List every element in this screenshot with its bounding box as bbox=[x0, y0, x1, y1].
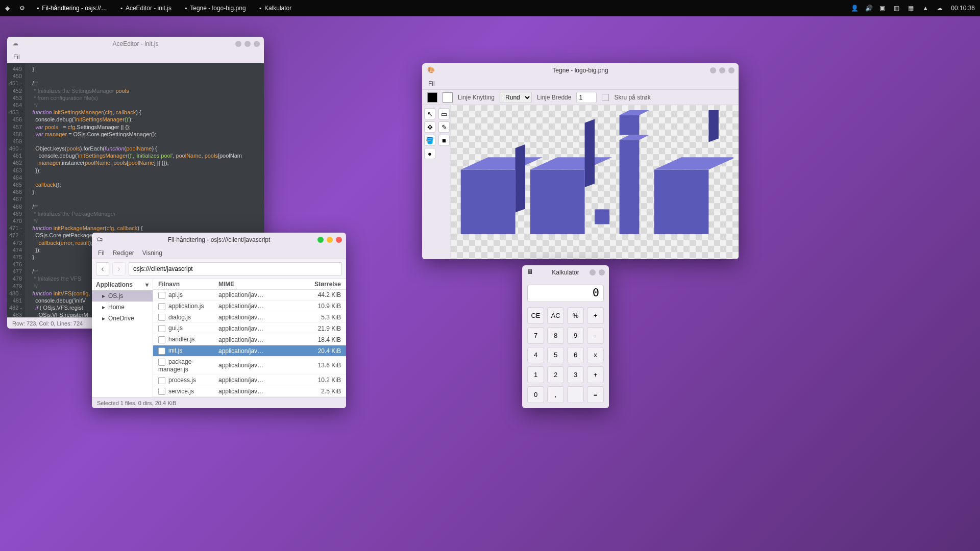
tray-icon-4[interactable]: ▲ bbox=[922, 5, 929, 12]
calc-key[interactable]: = bbox=[587, 386, 604, 403]
calc-key[interactable]: x bbox=[587, 347, 604, 364]
minimize-button[interactable] bbox=[235, 41, 241, 47]
svg-marker-10 bbox=[620, 110, 649, 115]
calc-key[interactable]: 5 bbox=[547, 347, 564, 364]
file-row[interactable]: service.jsapplication/jav…2.5 KiB bbox=[153, 386, 346, 397]
svg-rect-4 bbox=[654, 170, 709, 234]
col-size[interactable]: Størrelse bbox=[295, 281, 341, 288]
taskbar-item[interactable]: ▪Fil-håndtering - osjs://… bbox=[34, 5, 110, 12]
svg-marker-9 bbox=[620, 135, 649, 140]
menu-item[interactable]: Rediger bbox=[113, 249, 134, 257]
taskbar-item[interactable]: ▪Tegne - logo-big.png bbox=[182, 5, 249, 12]
file-row[interactable]: api.jsapplication/jav…44.2 KiB bbox=[153, 290, 346, 301]
calc-key[interactable]: - bbox=[587, 327, 604, 344]
minimize-button[interactable] bbox=[590, 269, 596, 276]
calc-key[interactable]: 9 bbox=[567, 327, 584, 344]
tray-icon-1[interactable]: ▣ bbox=[879, 5, 887, 12]
tool-pointer[interactable]: ↖ bbox=[424, 108, 435, 119]
tool-move[interactable]: ✥ bbox=[424, 121, 435, 133]
nav-forward-button[interactable]: › bbox=[112, 262, 126, 276]
file-row[interactable]: application.jsapplication/jav…10.9 KiB bbox=[153, 301, 346, 312]
taskbar-item[interactable]: ▪Kalkulator bbox=[256, 5, 295, 12]
calc-key[interactable]: AC bbox=[547, 307, 564, 324]
file-row[interactable]: handler.jsapplication/jav…18.4 KiB bbox=[153, 334, 346, 345]
nav-back-button[interactable]: ‹ bbox=[96, 262, 109, 276]
volume-icon[interactable]: 🔊 bbox=[865, 5, 872, 12]
window-title: AceEditor - init.js bbox=[112, 40, 158, 47]
svg-marker-7 bbox=[530, 157, 612, 169]
calc-key[interactable]: 3 bbox=[567, 366, 584, 383]
settings-icon[interactable]: ⚙ bbox=[19, 5, 27, 12]
tool-circle-filled[interactable]: ● bbox=[424, 148, 435, 159]
draw-canvas[interactable] bbox=[451, 105, 739, 259]
file-row[interactable]: process.jsapplication/jav…10.2 KiB bbox=[153, 375, 346, 386]
task-label: Fil-håndtering - osjs://… bbox=[42, 5, 107, 12]
calc-key[interactable]: 6 bbox=[567, 347, 584, 364]
calc-key[interactable]: 1 bbox=[527, 366, 544, 383]
col-mime[interactable]: MIME bbox=[218, 281, 295, 288]
tool-swatch-black[interactable]: ■ bbox=[438, 135, 450, 146]
address-input[interactable] bbox=[129, 262, 342, 276]
calc-key[interactable]: + bbox=[587, 366, 604, 383]
calc-key[interactable]: CE bbox=[527, 307, 544, 324]
window-titlebar[interactable]: ☁ AceEditor - init.js bbox=[7, 37, 264, 51]
tool-pencil[interactable]: ✎ bbox=[438, 121, 450, 133]
maximize-button[interactable] bbox=[244, 41, 251, 47]
weather-icon[interactable]: ☁ bbox=[937, 5, 944, 12]
tool-bucket[interactable]: 🪣 bbox=[424, 135, 435, 146]
calc-key[interactable]: 8 bbox=[547, 327, 564, 344]
task-icon: ▪ bbox=[37, 5, 39, 12]
sidebar-item[interactable]: ▸OS.js bbox=[92, 290, 153, 302]
window-titlebar[interactable]: 🗂 Fil-håndtering - osjs:///client/javasc… bbox=[92, 233, 346, 247]
app-icon: 🎨 bbox=[427, 66, 435, 74]
calc-key[interactable]: 7 bbox=[527, 327, 544, 344]
user-icon[interactable]: 👤 bbox=[851, 5, 858, 12]
calc-key[interactable]: + bbox=[587, 307, 604, 324]
close-button[interactable] bbox=[728, 67, 734, 73]
calc-key[interactable]: 0 bbox=[527, 386, 544, 403]
calc-key[interactable] bbox=[567, 386, 584, 403]
tray-icon-3[interactable]: ▦ bbox=[908, 5, 915, 12]
stroke-checkbox[interactable] bbox=[602, 94, 609, 101]
line-width-input[interactable] bbox=[576, 92, 597, 103]
foreground-swatch[interactable] bbox=[427, 92, 437, 103]
close-button[interactable] bbox=[254, 41, 260, 47]
calc-key[interactable]: , bbox=[547, 386, 564, 403]
menu-item[interactable]: Fil bbox=[13, 54, 20, 61]
menu-item[interactable]: Fil bbox=[98, 249, 105, 257]
sidebar-item[interactable]: ▸Home bbox=[92, 302, 153, 313]
sidebar-item[interactable]: ▸OneDrive bbox=[92, 313, 153, 324]
menu-item[interactable]: Fil bbox=[428, 80, 435, 87]
calc-key[interactable]: 4 bbox=[527, 347, 544, 364]
menu-item[interactable]: Visning bbox=[142, 249, 162, 257]
file-row[interactable]: init.jsapplication/jav…20.4 KiB bbox=[153, 345, 346, 357]
window-titlebar[interactable]: 🖩 Kalkulator bbox=[522, 265, 609, 280]
line-join-select[interactable]: Rund bbox=[500, 92, 532, 103]
minimize-button[interactable] bbox=[317, 237, 324, 243]
side-expand-icon[interactable]: ▾ bbox=[145, 281, 149, 288]
tray-icon-2[interactable]: ▥ bbox=[894, 5, 901, 12]
apple-icon[interactable] bbox=[837, 5, 844, 12]
taskbar-item[interactable]: ▪AceEditor - init.js bbox=[117, 5, 175, 12]
tool-select[interactable]: ▭ bbox=[438, 108, 450, 119]
col-name[interactable]: Filnavn bbox=[158, 281, 218, 288]
window-titlebar[interactable]: 🎨 Tegne - logo-big.png bbox=[422, 63, 739, 78]
svg-marker-6 bbox=[461, 157, 543, 169]
svg-rect-1 bbox=[530, 170, 585, 234]
file-row[interactable]: gui.jsapplication/jav…21.9 KiB bbox=[153, 323, 346, 334]
minimize-button[interactable] bbox=[710, 67, 716, 73]
calc-key[interactable]: 2 bbox=[547, 366, 564, 383]
svg-rect-0 bbox=[461, 170, 516, 234]
task-icon: ▪ bbox=[259, 5, 261, 12]
calc-key[interactable]: % bbox=[567, 307, 584, 324]
window-title: Fil-håndtering - osjs:///client/javascri… bbox=[168, 236, 271, 243]
task-icon: ▪ bbox=[120, 5, 122, 12]
menu-icon[interactable]: ◆ bbox=[5, 5, 12, 12]
file-row[interactable]: package-manager.jsapplication/jav…13.6 K… bbox=[153, 357, 346, 375]
maximize-button[interactable] bbox=[719, 67, 725, 73]
file-row[interactable]: dialog.jsapplication/jav…5.3 KiB bbox=[153, 312, 346, 323]
maximize-button[interactable] bbox=[327, 237, 333, 243]
background-swatch[interactable] bbox=[443, 92, 453, 103]
close-button[interactable] bbox=[599, 269, 605, 276]
close-button[interactable] bbox=[336, 237, 342, 243]
